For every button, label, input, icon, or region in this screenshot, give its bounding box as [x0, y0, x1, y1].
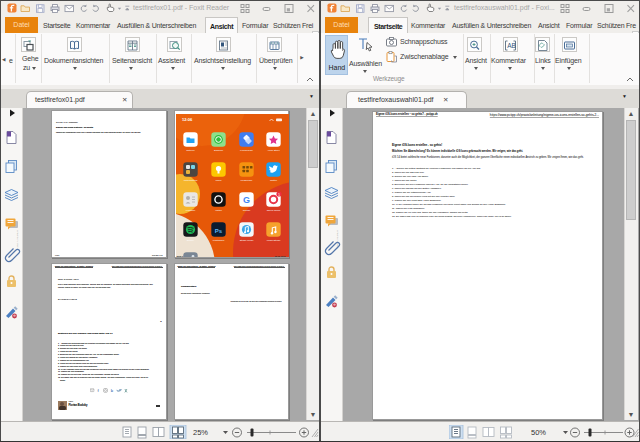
svg-text:Opera Touch: Opera Touch	[266, 208, 280, 211]
svg-text:Twitter: Twitter	[269, 178, 276, 181]
svg-text:Ps: Ps	[214, 227, 222, 233]
svg-text:Watch: Watch	[215, 208, 222, 211]
svg-text:AB: AB	[507, 42, 516, 49]
svg-text:Unterhaltung: Unterhaltung	[183, 178, 197, 181]
svg-text:Music Studio: Music Studio	[266, 238, 280, 241]
svg-text:Spotify: Spotify	[186, 238, 194, 241]
svg-text:f: f	[98, 389, 100, 393]
svg-text:b: b	[111, 389, 114, 393]
svg-text:Messenger: Messenger	[240, 178, 252, 181]
svg-text:Photoshop: Photoshop	[212, 238, 224, 241]
svg-text:G: G	[242, 195, 249, 205]
svg-text:Kurzbefehle: Kurzbefehle	[240, 148, 253, 151]
svg-text:Kontakte: Kontakte	[185, 208, 195, 211]
svg-text:Dateien: Dateien	[186, 148, 195, 151]
svg-text:Google: Google	[242, 208, 250, 211]
svg-text:Studio Music: Studio Music	[239, 238, 253, 241]
svg-text:12:06: 12:06	[182, 117, 193, 122]
svg-text:Apple Store: Apple Store	[267, 148, 280, 151]
svg-text:Shazam: Shazam	[214, 148, 223, 151]
svg-text:Tipps: Tipps	[215, 178, 222, 181]
